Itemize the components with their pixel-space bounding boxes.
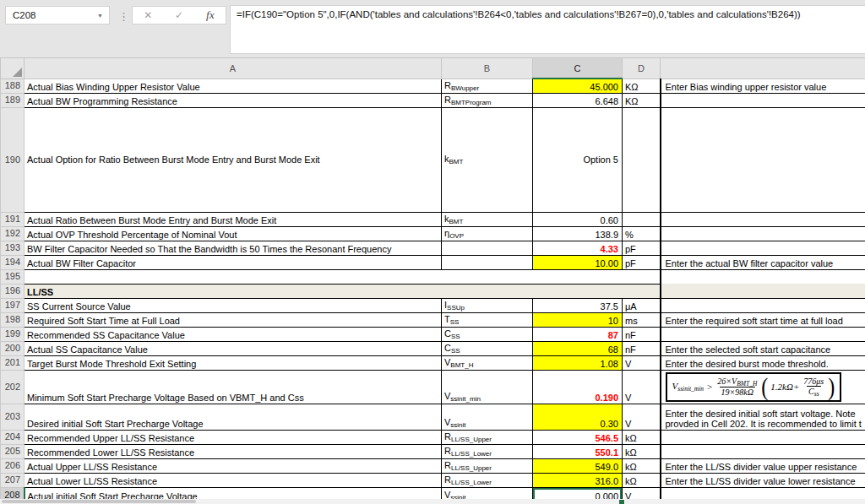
cell-D189[interactable]: KΩ <box>623 93 661 107</box>
cell-B193[interactable] <box>442 241 533 255</box>
cell-A199[interactable]: Recommended SS Capacitance Value <box>24 327 442 341</box>
cell-D191[interactable] <box>623 212 661 226</box>
row-header-204[interactable]: 204 <box>1 430 24 444</box>
row-header-190[interactable]: 190 <box>1 107 24 212</box>
cell-A188[interactable]: Actual Bias Winding Upper Resistor Value <box>24 79 442 93</box>
row-header-192[interactable]: 192 <box>1 226 24 241</box>
cell-B206[interactable]: RLL/SS_Upper <box>442 458 533 473</box>
cell-B198[interactable]: TSS <box>442 312 533 327</box>
cell-E193[interactable] <box>661 241 865 255</box>
row-header-195[interactable]: 195 <box>1 269 24 284</box>
cell-E191[interactable] <box>661 212 865 226</box>
cell-C192[interactable]: 138.9 <box>533 226 623 241</box>
row-header-199[interactable]: 199 <box>1 327 24 341</box>
cell-D200[interactable]: nF <box>623 341 661 355</box>
cell-D201[interactable]: V <box>623 355 661 370</box>
cell-D199[interactable]: nF <box>623 327 661 341</box>
cell-B205[interactable]: RLL/SS_Lower <box>442 444 533 458</box>
cell-E194[interactable]: Enter the actual BW filter capacitor val… <box>661 255 865 269</box>
cell-E189[interactable] <box>661 93 865 107</box>
cell-D188[interactable]: KΩ <box>623 79 661 93</box>
cell-A194[interactable]: Actual BW Filter Capacitor <box>24 255 442 269</box>
enter-icon[interactable]: ✓ <box>175 9 183 21</box>
row-header-191[interactable]: 191 <box>1 212 24 226</box>
formula-bar[interactable]: =IF(C190="Option 5",0,IF(AND('tables and… <box>230 5 865 54</box>
row-header-203[interactable]: 203 <box>1 404 24 430</box>
cell-E203[interactable]: Enter the desired initial soft start vol… <box>661 404 865 430</box>
column-header-D[interactable]: D <box>623 58 661 79</box>
cell-B190[interactable]: kBMT <box>442 107 533 212</box>
row-header-207[interactable]: 207 <box>1 473 24 487</box>
cell-B194[interactable] <box>442 255 533 269</box>
cell-A193[interactable]: BW Filter Capacitor Needed so That the B… <box>24 241 442 255</box>
cell-C207[interactable]: 316.0 <box>533 473 623 487</box>
cell-B189[interactable]: RBMTProgram <box>442 93 533 107</box>
cell-A201[interactable]: Target Burst Mode Threshold Exit Setting <box>24 355 442 370</box>
cell-A203[interactable]: Desired initial Soft Start Precharge Vol… <box>24 404 442 430</box>
cell-B191[interactable]: kBMT <box>442 212 533 226</box>
cell-A198[interactable]: Required Soft Start Time at Full Load <box>24 312 442 327</box>
cell-C191[interactable]: 0.60 <box>533 212 623 226</box>
cell-D202[interactable]: V <box>623 370 661 404</box>
cell-C190[interactable]: Option 5 <box>533 107 623 212</box>
cell-E197[interactable] <box>661 298 865 312</box>
resize-handle-icon[interactable]: ⋮ <box>118 11 129 22</box>
cell-A204[interactable]: Recommended Upper LL/SS Resistance <box>24 430 442 444</box>
horizontal-scrollbar[interactable] <box>0 499 865 504</box>
cell-C205[interactable]: 550.1 <box>533 444 623 458</box>
cell-A202[interactable]: Minimum Soft Start Precharge Voltage Bas… <box>24 370 442 404</box>
cell-B202[interactable]: Vssinit_min <box>442 370 533 404</box>
row-header-197[interactable]: 197 <box>1 298 24 312</box>
cell-B197[interactable]: ISSUp <box>442 298 533 312</box>
name-box[interactable]: C208 ▼ <box>5 6 110 24</box>
select-all-corner[interactable] <box>1 58 24 79</box>
cell-E199[interactable] <box>661 327 865 341</box>
cell-E205[interactable] <box>661 444 865 458</box>
cell-D197[interactable]: μA <box>623 298 661 312</box>
cell-D192[interactable]: % <box>623 226 661 241</box>
cell-D194[interactable]: pF <box>623 255 661 269</box>
cell-A195[interactable] <box>24 269 661 284</box>
cell-C203[interactable]: 0.30 <box>533 404 623 430</box>
column-header-E[interactable] <box>661 58 865 79</box>
cell-C204[interactable]: 546.5 <box>533 430 623 444</box>
cell-C199[interactable]: 87 <box>533 327 623 341</box>
cell-E201[interactable]: Enter the desired burst mode threshold. <box>661 355 865 370</box>
column-header-C[interactable]: C <box>533 58 623 79</box>
cell-E207[interactable]: Enter the LL/SS divider value lower resi… <box>661 473 865 487</box>
cell-B188[interactable]: RBWupper <box>442 79 533 93</box>
cell-A205[interactable]: Recommended Lower LL/SS Resistance <box>24 444 442 458</box>
cell-B204[interactable]: RLL/SS_Upper <box>442 430 533 444</box>
row-header-188[interactable]: 188 <box>1 79 24 93</box>
cell-B192[interactable]: ηOVP <box>442 226 533 241</box>
cell-C198[interactable]: 10 <box>533 312 623 327</box>
cell-C189[interactable]: 6.648 <box>533 93 623 107</box>
cell-D205[interactable]: kΩ <box>623 444 661 458</box>
cell-D207[interactable]: kΩ <box>623 473 661 487</box>
cell-E206[interactable]: Enter the LL/SS divider value upper resi… <box>661 458 865 473</box>
row-header-198[interactable]: 198 <box>1 312 24 327</box>
cell-D203[interactable]: V <box>623 404 661 430</box>
row-header-206[interactable]: 206 <box>1 458 24 473</box>
scrollbar-thumb[interactable] <box>2 500 196 503</box>
column-header-B[interactable]: B <box>442 58 533 79</box>
cell-B207[interactable]: RLL/SS_Lower <box>442 473 533 487</box>
cell-C206[interactable]: 549.0 <box>533 458 623 473</box>
row-header-202[interactable]: 202 <box>1 370 24 404</box>
cell-A197[interactable]: SS Current Source Value <box>24 298 442 312</box>
cell-E196[interactable] <box>661 284 865 298</box>
cell-A200[interactable]: Actual SS Capacitance Value <box>24 341 442 355</box>
column-header-A[interactable]: A <box>24 58 442 79</box>
cell-A191[interactable]: Actual Ratio Between Burst Mode Entry an… <box>24 212 442 226</box>
cell-B203[interactable]: Vssinit <box>442 404 533 430</box>
cell-D190[interactable] <box>623 107 661 212</box>
cell-E195[interactable] <box>661 269 865 284</box>
insert-function-icon[interactable]: fx <box>206 8 215 22</box>
cell-E202[interactable]: Vssinit_min>26×VBMT_H19×98kΩ(1.2kΩ+776μs… <box>661 370 865 404</box>
cell-C200[interactable]: 68 <box>533 341 623 355</box>
cell-B199[interactable]: CSS <box>442 327 533 341</box>
cell-A189[interactable]: Actual BW Programming Resistance <box>24 93 442 107</box>
cell-E192[interactable] <box>661 226 865 241</box>
cell-C194[interactable]: 10.00 <box>533 255 623 269</box>
cancel-icon[interactable]: ✕ <box>144 9 152 21</box>
